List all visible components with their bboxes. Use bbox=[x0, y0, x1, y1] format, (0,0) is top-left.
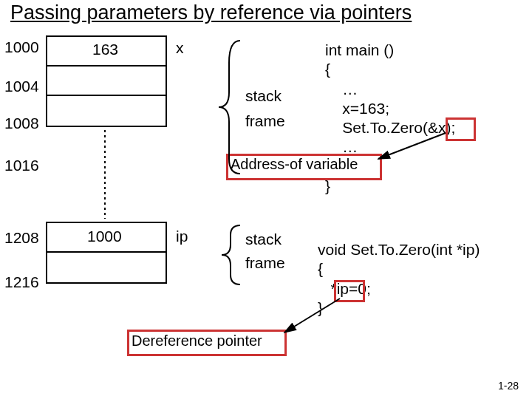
stackframe-frame-2: frame bbox=[245, 254, 285, 272]
addr-1004: 1004 bbox=[4, 78, 39, 95]
var-x-label: x bbox=[176, 39, 184, 57]
stackframe-frame-1: frame bbox=[245, 112, 285, 130]
addr-1008: 1008 bbox=[4, 115, 39, 132]
mem-cell-1008 bbox=[46, 95, 167, 127]
stackframe-stack-1: stack bbox=[245, 87, 282, 105]
highlight-ampersand-x bbox=[446, 117, 476, 141]
stackframe-stack-2: stack bbox=[245, 231, 282, 248]
highlight-addressof-label bbox=[226, 154, 382, 180]
addr-1000: 1000 bbox=[4, 38, 39, 56]
highlight-dereference-label bbox=[127, 330, 287, 356]
highlight-star-ip bbox=[334, 280, 365, 302]
addr-1208: 1208 bbox=[4, 229, 39, 247]
var-ip-label: ip bbox=[176, 228, 188, 245]
mem-val-ip: 1000 bbox=[87, 228, 122, 245]
mem-cell-1216 bbox=[46, 251, 167, 284]
code-fn: void Set.To.Zero(int *ip) { *ip=0; } bbox=[318, 240, 480, 318]
mem-cell-1004 bbox=[46, 65, 167, 98]
slide-title: Passing parameters by reference via poin… bbox=[10, 1, 412, 24]
addr-1016: 1016 bbox=[4, 157, 39, 174]
addr-1216: 1216 bbox=[4, 273, 39, 291]
page-number: 1-28 bbox=[498, 380, 519, 392]
mem-val-x: 163 bbox=[92, 41, 118, 58]
